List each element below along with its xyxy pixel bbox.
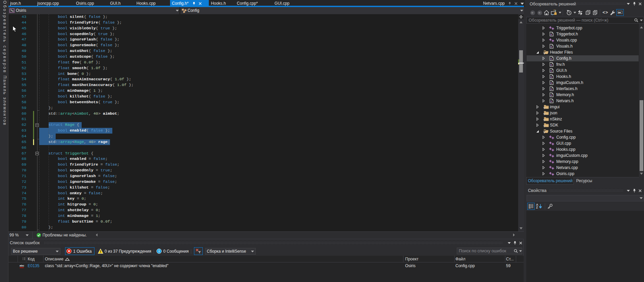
svg-text:h: h (551, 88, 552, 91)
svg-text:h: h (551, 69, 552, 73)
svg-text:h: h (551, 76, 552, 79)
svg-text:h: h (551, 45, 552, 48)
svg-text:h: h (551, 94, 552, 97)
svg-text:h: h (551, 82, 552, 85)
svg-text:h: h (551, 100, 552, 103)
svg-text:h: h (551, 63, 552, 66)
svg-text:h: h (551, 33, 552, 36)
svg-text:h: h (551, 57, 552, 60)
svg-text:abc: abc (20, 264, 24, 267)
